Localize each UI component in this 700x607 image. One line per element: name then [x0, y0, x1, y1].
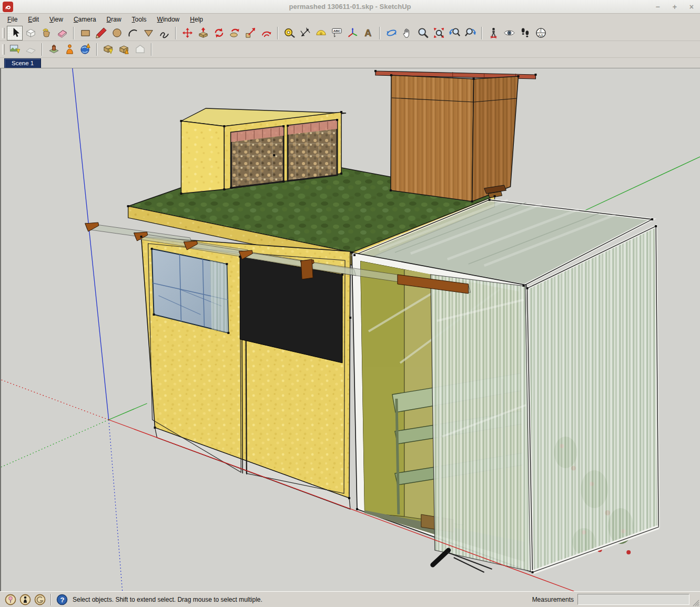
position-camera-icon: [488, 27, 500, 39]
tool-protractor-button[interactable]: [313, 26, 329, 41]
tool-pan-button[interactable]: [399, 26, 415, 41]
tool-rotate-button[interactable]: [211, 26, 227, 41]
section-plane-icon: CA-S: [535, 27, 547, 39]
walk-footprints-icon: [519, 27, 531, 39]
tool-axes-button[interactable]: [344, 26, 360, 41]
tool-arc-button[interactable]: [125, 26, 140, 41]
window-title: permashed 130611-01.skp - SketchUp: [0, 3, 700, 11]
status-separator: [50, 594, 52, 605]
tool-look-around-button[interactable]: [501, 26, 517, 41]
toolbar-main: ABC A CA-S: [0, 25, 700, 41]
model-viewport[interactable]: [0, 68, 700, 591]
close-button[interactable]: ×: [689, 0, 694, 14]
tool-dimensions-button[interactable]: [297, 26, 313, 41]
tool-eraser-button[interactable]: [54, 26, 70, 41]
blue-axis-dotted: [109, 420, 123, 591]
tool-google-earth-button[interactable]: [77, 42, 93, 57]
menu-file[interactable]: File: [4, 14, 22, 25]
tool-make-component-button[interactable]: [23, 26, 38, 41]
tool-walk-button[interactable]: [517, 26, 533, 41]
tool-tape-measure-button[interactable]: [281, 26, 297, 41]
tool-freehand-button[interactable]: [156, 26, 172, 41]
tool-section-plane-button[interactable]: CA-S: [533, 26, 549, 41]
tool-place-model-button[interactable]: [46, 42, 62, 57]
tool-zoom-extents-button[interactable]: [431, 26, 447, 41]
tool-circle-button[interactable]: [109, 26, 125, 41]
scene-tab-1[interactable]: Scene 1: [4, 58, 41, 68]
tool-share-model-button[interactable]: [116, 42, 132, 57]
tool-orbit-button[interactable]: [383, 26, 399, 41]
line-pencil-icon: [95, 27, 107, 39]
menu-help[interactable]: Help: [187, 14, 207, 25]
tool-toggle-terrain-button[interactable]: [23, 42, 38, 57]
title-bar[interactable]: permashed 130611-01.skp - SketchUp − + ×: [0, 0, 700, 14]
zoom-extents-icon: [433, 27, 445, 39]
beehive-box: [376, 71, 536, 201]
menu-draw[interactable]: Draw: [104, 14, 126, 25]
toolbar-grip[interactable]: [2, 44, 5, 55]
tool-get-models-button[interactable]: [62, 42, 77, 57]
pan-hand-icon: [401, 27, 413, 39]
svg-text:A-S: A-S: [538, 34, 543, 37]
tool-line-button[interactable]: [93, 26, 109, 41]
sign-in-icon[interactable]: [34, 594, 46, 605]
menu-window[interactable]: Window: [154, 14, 184, 25]
polygon-icon: [143, 27, 155, 39]
help-icon[interactable]: ?: [56, 594, 68, 605]
tool-get-current-view-button[interactable]: [7, 42, 23, 57]
tool-text-button[interactable]: ABC: [329, 26, 344, 41]
tool-polygon-button[interactable]: [140, 26, 156, 41]
freehand-icon: [158, 27, 170, 39]
tool-offset-button[interactable]: [258, 26, 274, 41]
3d-text-icon: A: [362, 27, 374, 39]
tool-zoom-next-button[interactable]: [462, 26, 478, 41]
get-current-view-icon: [9, 43, 21, 55]
greenhouse-right-wall: [527, 226, 658, 572]
tool-zoom-previous-button[interactable]: [447, 26, 462, 41]
svg-text:?: ?: [60, 596, 65, 604]
place-model-icon: [48, 43, 60, 55]
tool-scale-button[interactable]: [242, 26, 258, 41]
tool-follow-me-button[interactable]: [227, 26, 242, 41]
make-component-icon: [25, 27, 37, 39]
tool-share-disabled-button[interactable]: [132, 42, 148, 57]
tool-paint-bucket-button[interactable]: [38, 26, 54, 41]
toolbar-separator: [481, 27, 482, 39]
tool-move-button[interactable]: [179, 26, 195, 41]
warehouse-download-icon: [103, 43, 115, 55]
tool-get-models-warehouse-button[interactable]: [100, 42, 116, 57]
tape-measure-icon: [283, 27, 296, 39]
zoom-next-icon: [464, 27, 476, 39]
scale-icon: [245, 27, 257, 39]
tool-zoom-button[interactable]: [415, 26, 431, 41]
menu-edit[interactable]: Edit: [25, 14, 43, 25]
tool-rectangle-button[interactable]: [77, 26, 93, 41]
zoom-icon: [417, 27, 429, 39]
geolocation-icon[interactable]: [5, 594, 16, 605]
claim-credit-icon[interactable]: [19, 594, 31, 605]
toolbar-separator: [151, 43, 152, 56]
upload-disabled-icon: [134, 43, 146, 55]
menu-camera[interactable]: Camera: [70, 14, 100, 25]
select-arrow-icon: [9, 27, 21, 39]
model-canvas[interactable]: [1, 68, 700, 591]
status-bar: ? Select objects. Shift to extend select…: [0, 591, 700, 607]
look-around-eye-icon: [503, 27, 515, 39]
measurements-input[interactable]: [577, 594, 689, 605]
toolbar-separator: [277, 27, 278, 39]
maximize-button[interactable]: +: [673, 0, 677, 14]
sketchup-window: permashed 130611-01.skp - SketchUp − + ×…: [0, 0, 700, 607]
tool-position-camera-button[interactable]: [485, 26, 501, 41]
tool-push-pull-button[interactable]: [195, 26, 211, 41]
google-earth-icon: [79, 43, 92, 55]
menu-view[interactable]: View: [46, 14, 67, 25]
tool-3d-text-button[interactable]: A: [360, 26, 376, 41]
blue-axis-line: [73, 68, 109, 420]
get-models-icon: [64, 43, 76, 55]
menu-tools[interactable]: Tools: [129, 14, 151, 25]
tool-select-button[interactable]: [7, 26, 23, 41]
resize-grip[interactable]: [693, 600, 699, 606]
text-icon: ABC: [331, 27, 343, 39]
minimize-button[interactable]: −: [655, 0, 660, 14]
toolbar-grip[interactable]: [2, 28, 5, 38]
